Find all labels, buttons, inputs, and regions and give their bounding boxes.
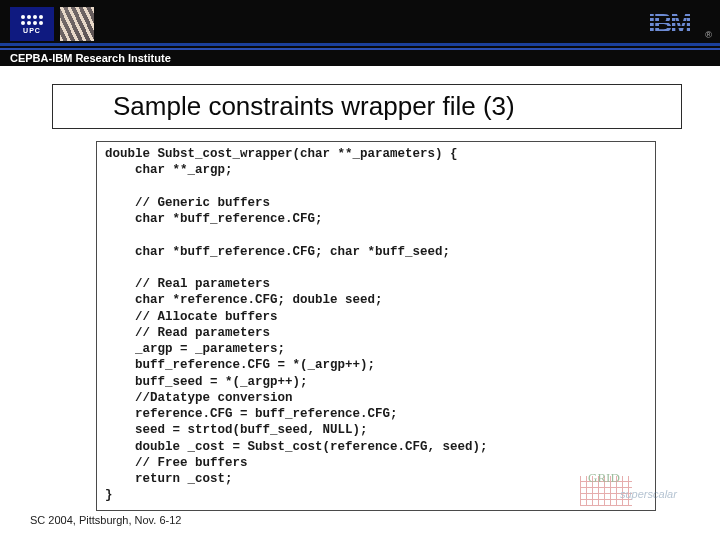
code-block: double Subst_cost_wrapper(char **_parame…: [96, 141, 656, 511]
footer-text: SC 2004, Pittsburgh, Nov. 6-12: [30, 514, 181, 526]
ibm-logo: IBM: [648, 8, 690, 39]
header-band: UPC IBM ®: [0, 0, 720, 48]
slide-title: Sample constraints wrapper file (3): [113, 91, 665, 122]
institute-label: CEPBA-IBM Research Institute: [10, 52, 171, 64]
stripes-logo: [60, 7, 94, 41]
upc-logo: UPC: [10, 7, 54, 41]
institute-bar: CEPBA-IBM Research Institute: [0, 48, 720, 66]
title-box: Sample constraints wrapper file (3): [52, 84, 682, 129]
registered-mark: ®: [705, 30, 712, 40]
slide-body: Sample constraints wrapper file (3) doub…: [0, 66, 720, 511]
